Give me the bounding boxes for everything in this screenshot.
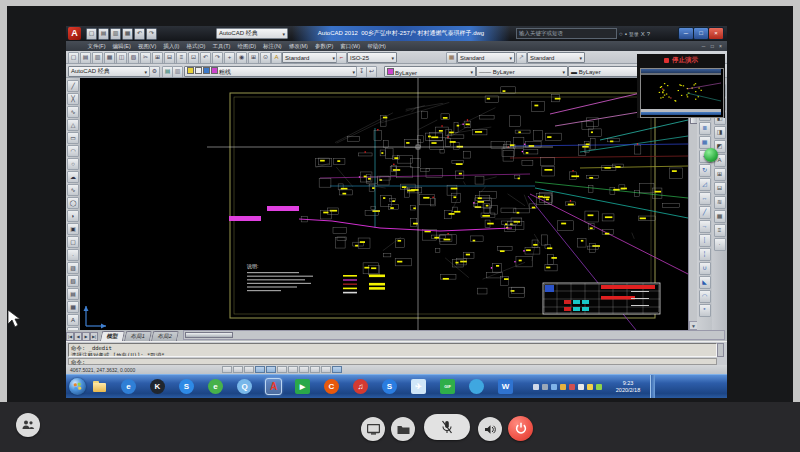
status-toggle-polar[interactable] (255, 366, 265, 373)
command-input[interactable]: 命令: (68, 358, 717, 365)
copy-icon[interactable]: ⊞ (152, 52, 163, 64)
zoom-window-icon[interactable]: ⊞ (248, 52, 259, 64)
table-icon[interactable]: ▦ (67, 301, 79, 313)
arc-icon[interactable]: ◠ (67, 145, 79, 157)
status-toggle-ortho[interactable] (244, 366, 254, 373)
taskbar-icon-k-player[interactable]: K (150, 379, 165, 394)
taskbar-icon-sogou-browser[interactable]: S (179, 379, 194, 394)
group-icon[interactable]: ⊞ (714, 168, 726, 181)
measure-icon[interactable]: ≋ (714, 196, 726, 209)
ellipse-arc-icon[interactable]: ◗ (67, 210, 79, 222)
taskbar-icon-qq[interactable]: Q (237, 379, 252, 394)
menu-item-0[interactable]: 文件(F) (84, 41, 109, 51)
menu-item-6[interactable]: 绘图(D) (234, 41, 260, 51)
hatch-icon[interactable]: ▨ (67, 262, 79, 274)
match-properties-icon[interactable]: ≡ (176, 52, 187, 64)
taskbar-icon-netease-music[interactable]: ♫ (353, 379, 368, 394)
status-toggle-osnap[interactable] (266, 366, 276, 373)
id-point-icon[interactable]: · (714, 238, 726, 251)
plot-preview-icon[interactable]: ◫ (116, 52, 127, 64)
stop-presenting-button[interactable]: 停止演示 (637, 54, 725, 66)
taskbar-icon-orange-browser[interactable]: C (324, 379, 339, 394)
pan-icon[interactable]: + (224, 52, 235, 64)
tray-icon-update[interactable] (551, 384, 557, 390)
tray-icon-message[interactable] (587, 384, 593, 390)
menu-item-11[interactable]: 帮助(H) (364, 41, 390, 51)
microphone-button[interactable] (424, 414, 470, 440)
status-toggle-model[interactable] (332, 366, 342, 373)
document-window-buttons[interactable]: ─ □ × (702, 41, 724, 51)
circle-icon[interactable]: ○ (67, 158, 79, 170)
mleader-style-icon[interactable]: ↗ (516, 52, 527, 64)
region-icon[interactable]: ▤ (67, 288, 79, 300)
save-icon[interactable]: ▥ (92, 52, 103, 64)
menu-item-8[interactable]: 修改(M) (285, 41, 311, 51)
text-style-combo[interactable]: Standard▾ (282, 52, 338, 63)
tab-last-icon[interactable]: ▶| (90, 332, 98, 341)
taskbar-icon-explorer[interactable] (92, 379, 107, 394)
show-desktop-button[interactable] (650, 375, 655, 399)
status-toggle-otrack[interactable] (277, 366, 287, 373)
dim-style-combo[interactable]: ISO-25▾ (347, 52, 397, 63)
status-toggle-lwt[interactable] (310, 366, 320, 373)
save-icon[interactable]: ▥ (110, 28, 121, 40)
workspace-combo[interactable]: AutoCAD 经典▾ (68, 66, 150, 77)
redo-icon[interactable]: ↷ (212, 52, 223, 64)
layer-combo[interactable]: 粗线▾ (184, 66, 358, 77)
ellipse-icon[interactable]: ◯ (67, 197, 79, 209)
menu-item-2[interactable]: 视图(V) (134, 41, 159, 51)
chamfer-icon[interactable]: ◣ (699, 276, 711, 289)
open-icon[interactable]: ▤ (80, 52, 91, 64)
mleader-style-combo[interactable]: Standard▾ (527, 52, 585, 63)
taskbar-icon-autocad[interactable]: A (266, 379, 281, 394)
status-toggle-qp[interactable] (321, 366, 331, 373)
tab-布局1[interactable]: 布局1 (124, 331, 152, 341)
status-toggle-grid[interactable] (233, 366, 243, 373)
offset-icon[interactable]: ≣ (699, 122, 711, 135)
tray-icon-ime[interactable] (533, 384, 539, 390)
taskbar-clock[interactable]: 9:23 2020/2/18 (608, 380, 648, 394)
plot-icon[interactable]: ▦ (104, 52, 115, 64)
bring-above-icon[interactable]: ◨ (714, 126, 726, 139)
list-icon[interactable]: ≡ (714, 224, 726, 237)
rotate-icon[interactable]: ↻ (699, 164, 711, 177)
zoom-realtime-icon[interactable]: ◉ (236, 52, 247, 64)
menu-item-5[interactable]: 工具(T) (209, 41, 234, 51)
ungroup-icon[interactable]: ⊟ (714, 182, 726, 195)
layer-previous-icon[interactable]: ↩ (366, 66, 377, 78)
search-icon[interactable]: ○ (619, 29, 623, 39)
multiline-text-icon[interactable]: A (67, 314, 79, 326)
status-toggle-snap[interactable] (222, 366, 232, 373)
taskbar-icon-gif-app[interactable]: GIF (440, 379, 455, 394)
horizontal-scrollbar[interactable] (183, 330, 725, 340)
help-icon[interactable]: ? (647, 29, 650, 39)
taskbar-icon-potplayer[interactable]: ▶ (295, 379, 310, 394)
cut-icon[interactable]: ✂ (140, 52, 151, 64)
new-icon[interactable]: ▢ (68, 52, 79, 64)
table-style-combo[interactable]: Standard▾ (457, 52, 515, 63)
restore-button[interactable]: □ (693, 27, 709, 40)
menu-item-10[interactable]: 窗口(W) (337, 41, 364, 51)
tray-icon-battery[interactable] (596, 384, 602, 390)
autocad-logo-icon[interactable]: A (68, 27, 81, 40)
command-scrollbar[interactable] (717, 343, 724, 357)
revision-cloud-icon[interactable]: ☁ (67, 171, 79, 183)
layer-states-icon[interactable]: ▥ (172, 66, 183, 78)
assistant-bubble-icon[interactable] (704, 148, 718, 162)
dim-style-icon[interactable]: ⌐ (336, 52, 347, 64)
taskbar-icon-baidu-disk[interactable]: S (382, 379, 397, 394)
taskbar-icon-360-browser[interactable]: e (208, 379, 223, 394)
break-at-point-icon[interactable]: ┆ (699, 234, 711, 247)
paste-icon[interactable]: ⊟ (164, 52, 175, 64)
open-icon[interactable]: ▤ (98, 28, 109, 40)
tray-icon-volume[interactable] (569, 384, 575, 390)
taskbar-icon-wps[interactable]: W (498, 379, 513, 394)
start-button[interactable] (69, 378, 86, 395)
tab-布局2[interactable]: 布局2 (151, 331, 179, 341)
tab-prev-icon[interactable]: ◀ (74, 332, 82, 341)
undo-icon[interactable]: ↶ (134, 28, 145, 40)
tray-icon-power[interactable] (578, 384, 584, 390)
explode-icon[interactable]: * (699, 304, 711, 317)
table-style-icon[interactable]: ▦ (446, 52, 457, 64)
menu-item-3[interactable]: 插入(I) (160, 41, 183, 51)
